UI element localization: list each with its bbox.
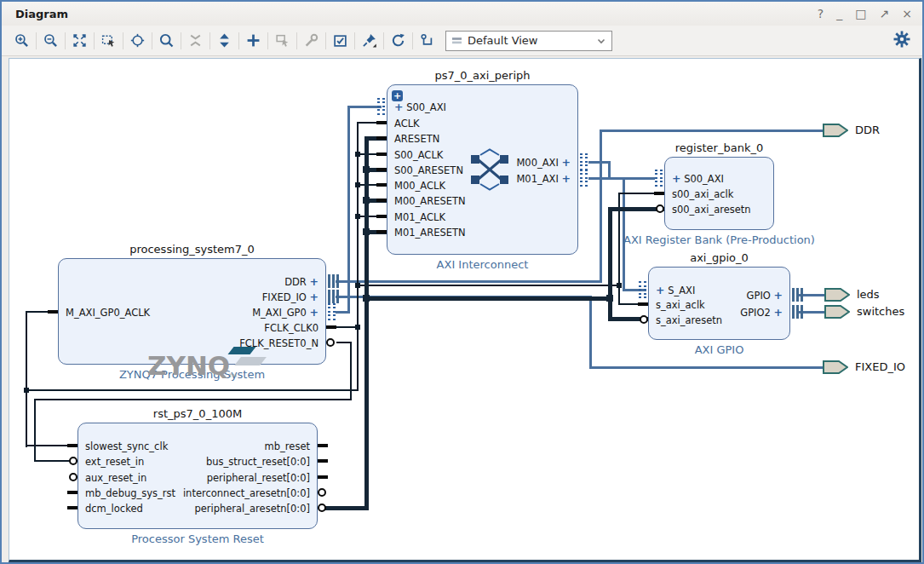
pin-label-DDR[interactable]: DDR + [284, 276, 319, 288]
diagram-canvas[interactable]: + S00_AXIACLKARESETNS00_ACLKS00_ARESETNM… [9, 58, 921, 562]
pin-interface-connector-DDR[interactable] [328, 274, 339, 288]
collapse-hierarchy-button[interactable] [184, 30, 207, 52]
zoom-in-button[interactable] [10, 30, 33, 52]
interface-plus-icon[interactable]: + [310, 306, 319, 319]
regenerate-layout-button[interactable] [387, 30, 410, 52]
pin-stub-mb_reset[interactable] [318, 444, 328, 447]
pin-stub-dcm_locked[interactable] [67, 506, 77, 509]
pin-stub-ACLK[interactable] [376, 121, 387, 124]
pin-label-S00_AXI[interactable]: + S00_AXI [394, 101, 446, 113]
pin-stub-mb_debug_sys_rst[interactable] [67, 491, 77, 494]
pin-interface-connector-S00_AXI[interactable] [655, 170, 663, 187]
pin-stub-ARESETN[interactable] [376, 136, 387, 140]
interface-plus-icon[interactable]: + [394, 101, 403, 113]
interface-plus-icon[interactable]: + [310, 275, 319, 288]
wire-segment[interactable] [350, 342, 352, 400]
pin-stub-s_axi_aclk[interactable] [638, 302, 648, 306]
show-interface-ports-button[interactable] [416, 30, 439, 52]
help-icon[interactable]: ? [818, 7, 824, 20]
wire-segment[interactable] [357, 122, 359, 391]
pin-label-bus_struct_reset[0:0][interactable]: bus_struct_reset[0:0] [206, 456, 310, 468]
interface-plus-icon[interactable]: + [562, 156, 571, 169]
pin-label-peripheral_reset[0:0][interactable]: peripheral_reset[0:0] [207, 472, 310, 484]
pin-label-M00_AXI[interactable]: M00_AXI + [516, 157, 571, 169]
pin-ring-FCLK_RESET0_N[interactable] [326, 338, 335, 347]
wire-segment[interactable] [608, 207, 612, 321]
customize-block-button[interactable] [300, 30, 323, 52]
interface-plus-icon[interactable]: + [310, 291, 319, 303]
pin-interface-connector-GPIO[interactable] [792, 288, 803, 302]
external-port-DDR[interactable] [823, 124, 848, 137]
pin-ring-ext_reset_in[interactable] [69, 457, 77, 465]
pin-label-slowest_sync_clk[interactable]: slowest_sync_clk [85, 440, 168, 452]
pin-label-aux_reset_in[interactable]: aux_reset_in [85, 472, 146, 484]
make-external-button[interactable] [271, 30, 294, 52]
pin-label-FCLK_CLK0[interactable]: FCLK_CLK0 [264, 322, 319, 334]
expand-hierarchy-button[interactable] [213, 30, 236, 52]
pin-label-dcm_locked[interactable]: dcm_locked [85, 503, 143, 515]
zoom-out-button[interactable] [39, 30, 62, 52]
validate-design-button[interactable] [329, 30, 352, 52]
settings-gear-icon[interactable] [893, 31, 910, 48]
pin-label-s_axi_aclk[interactable]: s_axi_aclk [656, 299, 705, 311]
pin-label-S_AXI[interactable]: + S_AXI [656, 285, 695, 296]
interface-plus-icon[interactable]: + [774, 289, 783, 302]
pin-label-s00_axi_aresetn[interactable]: s00_axi_aresetn [672, 204, 751, 216]
autofit-selection-button[interactable] [126, 30, 149, 52]
pin-stub-M_AXI_GP0_ACLK[interactable] [48, 310, 58, 314]
pin-stub-M01_ARESETN[interactable] [376, 230, 387, 233]
pin-label-FIXED_IO[interactable]: FIXED_IO + [262, 291, 319, 303]
pin-stub-slowest_sync_clk[interactable] [67, 444, 77, 447]
pin-label-M01_ACLK[interactable]: M01_ACLK [394, 211, 445, 223]
wire-segment[interactable] [364, 136, 369, 510]
pin-label-M01_AXI[interactable]: M01_AXI + [516, 173, 571, 185]
pin-label-s00_axi_aclk[interactable]: s00_axi_aclk [672, 188, 733, 200]
view-selector-dropdown[interactable]: Default View [445, 31, 612, 51]
wire-segment[interactable] [588, 177, 625, 180]
pin-interface-connector-FIXED_IO[interactable] [328, 290, 339, 303]
pin-stub-M01_ACLK[interactable] [376, 215, 387, 218]
pin-stub-M00_ARESETN[interactable] [376, 199, 387, 202]
pin-layout-button[interactable] [358, 30, 381, 52]
pin-label-interconnect_aresetn[0:0][interactable]: interconnect_aresetn[0:0] [183, 487, 310, 499]
external-port-FIXED_IO[interactable] [823, 360, 848, 374]
pin-label-M_AXI_GP0[interactable]: M_AXI_GP0 + [252, 307, 319, 319]
pin-label-ext_reset_in[interactable]: ext_reset_in [85, 456, 144, 468]
block-axi_gpio_0[interactable]: + S_AXIs_axi_aclks_axi_aresetnGPIO +GPIO… [648, 267, 790, 340]
wire-segment[interactable] [589, 366, 824, 369]
pin-ring-interconnect_aresetn[0:0][interactable] [318, 488, 326, 497]
pin-interface-connector-S00_AXI[interactable] [377, 98, 385, 115]
minimize-icon[interactable]: _ [836, 7, 842, 20]
pin-ring-peripheral_aresetn[0:0][interactable] [318, 504, 326, 512]
pin-interface-connector-GPIO2[interactable] [792, 305, 803, 319]
close-icon[interactable]: × [902, 7, 912, 20]
pin-label-s_axi_aresetn[interactable]: s_axi_aresetn [656, 314, 722, 326]
zoom-selection-button[interactable] [97, 30, 120, 52]
wire-segment[interactable] [600, 129, 602, 283]
wire-segment[interactable] [324, 506, 369, 510]
pin-stub-S00_ARESETN[interactable] [376, 168, 387, 171]
wire-segment[interactable] [34, 399, 352, 400]
pin-interface-connector-M01_AXI[interactable] [580, 170, 588, 187]
external-port-switches[interactable] [824, 305, 850, 319]
pin-ring-s00_axi_aresetn[interactable] [656, 204, 664, 213]
pin-label-S00_ARESETN[interactable]: S00_ARESETN [394, 164, 463, 176]
pin-label-M_AXI_GP0_ACLK[interactable]: M_AXI_GP0_ACLK [66, 307, 150, 319]
pin-interface-connector-S_AXI[interactable] [639, 281, 646, 298]
pin-label-ARESETN[interactable]: ARESETN [394, 133, 439, 145]
pin-interface-connector-M_AXI_GP0[interactable] [328, 303, 336, 320]
interface-plus-icon[interactable]: + [672, 172, 680, 185]
wire-segment[interactable] [34, 399, 36, 462]
pin-label-mb_debug_sys_rst[interactable]: mb_debug_sys_rst [85, 487, 175, 499]
pin-stub-s00_axi_aclk[interactable] [654, 192, 664, 195]
wire-segment[interactable] [336, 280, 602, 283]
pin-ring-s_axi_aresetn[interactable] [640, 315, 648, 324]
pin-label-GPIO2[interactable]: GPIO2 + [740, 307, 783, 319]
block-register_bank_0[interactable]: + S00_AXIs00_axi_aclks00_axi_aresetn [664, 157, 774, 230]
block-rst_ps7_0_100M[interactable]: slowest_sync_clkext_reset_inaux_reset_in… [77, 423, 318, 529]
expand-block-button[interactable]: + [392, 90, 403, 101]
wire-segment[interactable] [26, 311, 27, 447]
interface-plus-icon[interactable]: + [774, 306, 783, 319]
external-port-leds[interactable] [824, 288, 850, 302]
pin-ring-aux_reset_in[interactable] [69, 473, 77, 481]
